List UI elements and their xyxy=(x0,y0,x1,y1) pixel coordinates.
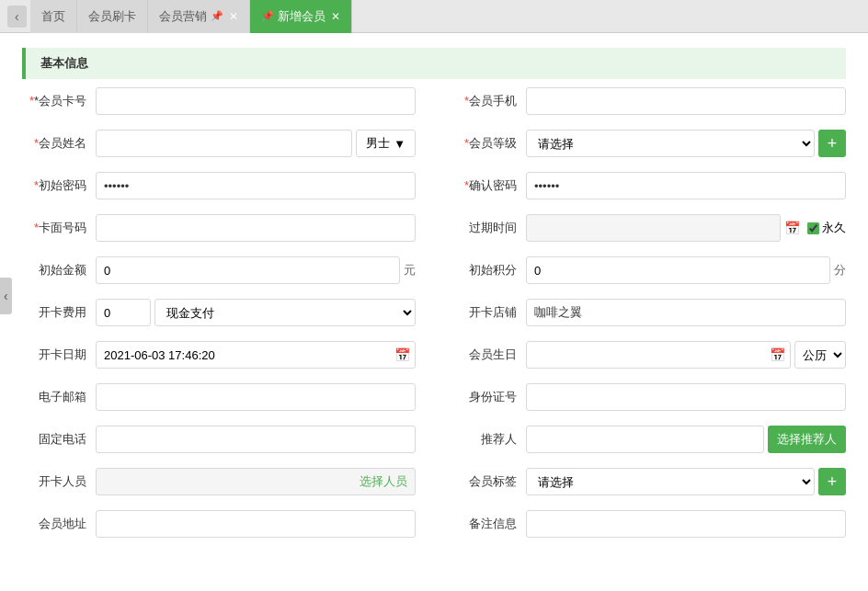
permanent-text: 永久 xyxy=(822,220,846,236)
form-grid: **会员卡号 *会员姓名 男士 ▼ xyxy=(22,86,846,551)
label-confirm-password: *确认密码 xyxy=(452,177,526,194)
input-card-face[interactable] xyxy=(96,214,416,242)
label-open-store: 开卡店铺 xyxy=(452,304,526,321)
label-referrer: 推荐人 xyxy=(452,431,526,448)
expire-group: 📅 永久 xyxy=(526,214,846,242)
input-open-fee[interactable] xyxy=(96,299,151,326)
row-tags: 会员标签 请选择 + xyxy=(452,467,846,496)
label-id-card: 身份证号 xyxy=(452,389,526,405)
input-confirm-password[interactable] xyxy=(526,172,846,199)
form-right: *会员手机 *会员等级 请选择 + xyxy=(452,86,846,551)
label-init-amount: 初始金额 xyxy=(22,262,96,278)
input-remarks[interactable] xyxy=(526,510,846,538)
calendar-type-select[interactable]: 公历 农历 xyxy=(794,341,846,369)
row-birthday: 会员生日 📅 公历 农历 xyxy=(452,340,846,369)
tab-home[interactable]: 首页 xyxy=(30,0,77,33)
payment-method-select[interactable]: 现金支付 刷卡支付 xyxy=(154,299,416,326)
row-expire: 过期时间 📅 永久 xyxy=(452,213,846,243)
input-mobile[interactable] xyxy=(526,87,846,115)
row-phone: 固定电话 xyxy=(22,425,416,454)
pin-icon: 📌 xyxy=(211,10,223,22)
input-email[interactable] xyxy=(96,383,416,411)
init-points-group: 分 xyxy=(526,256,846,284)
row-remarks: 备注信息 xyxy=(452,509,846,539)
level-group: 请选择 + xyxy=(526,130,846,157)
label-mobile: *会员手机 xyxy=(452,93,526,109)
row-card-no: **会员卡号 xyxy=(22,86,416,116)
name-gender-group: 男士 ▼ xyxy=(96,130,416,157)
select-staff-btn[interactable]: 选择人员 xyxy=(360,473,407,490)
init-amount-group: 元 xyxy=(96,256,416,284)
label-card-no: **会员卡号 xyxy=(22,93,96,109)
tags-select[interactable]: 请选择 xyxy=(526,468,815,495)
add-tag-btn[interactable]: + xyxy=(818,468,846,495)
row-open-fee: 开卡费用 现金支付 刷卡支付 xyxy=(22,298,416,327)
tab-member-marketing[interactable]: 会员营销 📌 ✕ xyxy=(148,0,250,33)
calendar-icon-open-date[interactable]: 📅 xyxy=(394,347,410,362)
row-card-face: *卡面号码 xyxy=(22,213,416,243)
tab-bar: ‹ 首页 会员刷卡 会员营销 📌 ✕ 📌 新增会员 ✕ xyxy=(0,0,868,33)
tags-group: 请选择 + xyxy=(526,468,846,495)
birthday-date-wrap: 📅 xyxy=(526,341,791,369)
input-member-name[interactable] xyxy=(96,130,352,157)
chevron-down-icon: ▼ xyxy=(394,137,405,151)
amount-unit: 元 xyxy=(404,262,416,278)
row-id-card: 身份证号 xyxy=(452,382,846,412)
input-id-card[interactable] xyxy=(526,383,846,411)
gender-label: 男士 xyxy=(366,135,390,152)
input-init-points[interactable] xyxy=(526,256,830,284)
input-open-store[interactable] xyxy=(526,299,846,326)
row-email: 电子邮箱 xyxy=(22,382,416,412)
tab-member-card[interactable]: 会员刷卡 xyxy=(77,0,148,33)
label-init-password: *初始密码 xyxy=(22,177,96,194)
section-header: 基本信息 xyxy=(22,48,846,79)
tab-nav-back[interactable]: ‹ xyxy=(7,6,27,28)
label-open-fee: 开卡费用 xyxy=(22,304,96,321)
open-fee-group: 现金支付 刷卡支付 xyxy=(96,299,416,326)
label-birthday: 会员生日 xyxy=(452,347,526,363)
label-staff: 开卡人员 xyxy=(22,473,96,490)
row-init-password: *初始密码 xyxy=(22,171,416,200)
calendar-icon-birthday[interactable]: 📅 xyxy=(770,347,785,362)
tab-marketing-close[interactable]: ✕ xyxy=(229,10,238,23)
label-address: 会员地址 xyxy=(22,516,96,532)
tab-home-label: 首页 xyxy=(41,8,65,25)
gender-select-btn[interactable]: 男士 ▼ xyxy=(356,130,416,157)
label-phone: 固定电话 xyxy=(22,431,96,448)
input-init-password[interactable] xyxy=(96,172,416,199)
row-mobile: *会员手机 xyxy=(452,86,846,116)
input-card-no-field[interactable] xyxy=(96,87,416,115)
sidebar-collapse-btn[interactable]: ‹ xyxy=(0,278,12,314)
input-birthday[interactable] xyxy=(526,341,791,369)
label-level: *会员等级 xyxy=(452,135,526,152)
row-level: *会员等级 请选择 + xyxy=(452,129,846,158)
input-open-date[interactable] xyxy=(96,341,416,369)
input-expire-date[interactable] xyxy=(526,214,781,242)
referrer-group: 选择推荐人 xyxy=(526,426,846,453)
label-card-face: *卡面号码 xyxy=(22,220,96,236)
level-select[interactable]: 请选择 xyxy=(526,130,815,157)
main-content: 基本信息 **会员卡号 *会员姓名 xyxy=(0,33,868,591)
select-referrer-btn[interactable]: 选择推荐人 xyxy=(768,426,846,453)
tab-new-member-close[interactable]: ✕ xyxy=(331,10,340,23)
input-referrer[interactable] xyxy=(526,426,764,453)
input-phone[interactable] xyxy=(96,426,416,453)
row-init-points: 初始积分 分 xyxy=(452,256,846,285)
row-open-date: 开卡日期 📅 xyxy=(22,340,416,369)
calendar-icon-expire[interactable]: 📅 xyxy=(784,221,800,235)
row-open-store: 开卡店铺 xyxy=(452,298,846,327)
staff-selector[interactable]: 选择人员 xyxy=(96,468,416,495)
permanent-checkbox[interactable] xyxy=(807,222,819,234)
label-expire: 过期时间 xyxy=(452,220,526,236)
tab-new-member[interactable]: 📌 新增会员 ✕ xyxy=(250,0,352,33)
label-member-name: *会员姓名 xyxy=(22,135,96,152)
label-email: 电子邮箱 xyxy=(22,389,96,405)
add-level-btn[interactable]: + xyxy=(818,130,846,157)
points-unit: 分 xyxy=(834,262,846,278)
input-address[interactable] xyxy=(96,510,416,538)
input-init-amount[interactable] xyxy=(96,256,400,284)
form-left: **会员卡号 *会员姓名 男士 ▼ xyxy=(22,86,416,551)
label-init-points: 初始积分 xyxy=(452,262,526,278)
section-title: 基本信息 xyxy=(40,56,88,70)
birthday-group: 📅 公历 农历 xyxy=(526,341,846,369)
